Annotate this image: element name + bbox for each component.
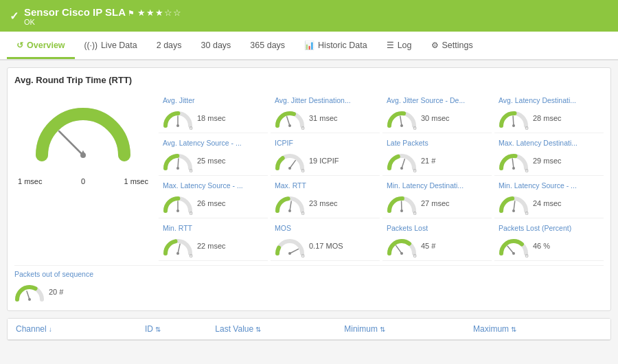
gauge-label[interactable]: Packets Lost [387, 224, 488, 232]
tab-overview[interactable]: ↺ Overview [7, 34, 75, 59]
tab-2days[interactable]: 2 days [147, 34, 192, 59]
table-col-maximum[interactable]: Maximum ⇅ [473, 324, 602, 334]
gauge-row: ⚙ 27 msec [387, 192, 488, 215]
col-label: ID [145, 324, 153, 334]
svg-line-45 [396, 246, 402, 253]
gauge-label[interactable]: Max. Latency Source - ... [163, 181, 264, 190]
tab-30days[interactable]: 30 days [192, 34, 241, 59]
gauge-value: 46 % [533, 242, 550, 250]
svg-text:⚙: ⚙ [413, 168, 417, 172]
gauge-label[interactable]: Avg. Latency Destinati... [499, 96, 599, 104]
gauge-label[interactable]: Max. Latency Destinati... [499, 139, 599, 147]
svg-text:⚙: ⚙ [301, 126, 305, 130]
gauge-value: 29 msec [533, 157, 562, 165]
gauge-value: 27 msec [421, 199, 450, 207]
gauge-value: 24 msec [533, 199, 562, 207]
gauge-label[interactable]: Avg. Jitter [163, 96, 264, 104]
svg-text:⚙: ⚙ [525, 211, 529, 215]
app-header: ✓ Sensor Cisco IP SLA ⚑ ★★★☆☆ OK [0, 0, 618, 32]
svg-point-49 [512, 252, 515, 255]
log-icon: ☰ [387, 41, 394, 50]
svg-point-25 [512, 167, 515, 170]
extra-gauge-label[interactable]: Packets out of sequence [14, 270, 152, 278]
live-data-icon: ((·)) [84, 41, 98, 50]
gauge-value: 23 msec [309, 199, 338, 207]
svg-line-6 [287, 117, 290, 126]
gauge-label[interactable]: Min. Latency Destinati... [387, 181, 488, 190]
tab-live-data-label: Live Data [101, 41, 137, 50]
gauge-row: ⚙ 29 msec [499, 149, 599, 172]
svg-text:▲: ▲ [80, 148, 87, 155]
gauge-cell: Avg. Latency Source - ... ⚙ 25 msec [159, 136, 268, 176]
table-col-minimum[interactable]: Minimum ⇅ [344, 324, 473, 334]
gauge-row: ⚙ 24 msec [499, 192, 599, 215]
gauge-label[interactable]: Max. RTT [275, 181, 376, 190]
svg-line-18 [290, 161, 295, 168]
gauge-label[interactable]: Avg. Jitter Source - De... [387, 96, 488, 104]
table-col-channel[interactable]: Channel ↓ [16, 324, 145, 334]
gauge-label[interactable]: ICPIF [275, 139, 376, 147]
table-col-last-value[interactable]: Last Value ⇅ [215, 324, 344, 334]
tab-log[interactable]: ☰ Log [377, 34, 422, 59]
gauge-label[interactable]: Min. Latency Source - ... [499, 181, 599, 190]
tab-settings-label: Settings [442, 41, 473, 50]
gauge-label[interactable]: Min. RTT [163, 224, 264, 232]
svg-point-16 [176, 167, 179, 170]
col-label: Maximum [473, 324, 509, 334]
gauge-value: 19 ICPIF [309, 157, 339, 165]
mini-gauge-svg: ⚙ [275, 106, 305, 130]
tab-overview-label: Overview [27, 41, 65, 50]
settings-icon: ⚙ [431, 41, 439, 50]
tab-historic[interactable]: 📊 Historic Data [295, 34, 377, 59]
gauge-value: 26 msec [197, 199, 226, 207]
tab-historic-label: Historic Data [318, 41, 367, 50]
tab-settings[interactable]: ⚙ Settings [422, 34, 483, 59]
tab-365days[interactable]: 365 days [240, 34, 295, 59]
gauge-row: ⚙ 0.17 MOS [275, 234, 376, 258]
gauge-cell: Packets Lost ⚙ 45 # [382, 221, 492, 261]
gauge-cell: Min. Latency Source - ... ⚙ 24 msec [494, 179, 604, 218]
svg-text:⚙: ⚙ [189, 253, 193, 258]
svg-line-39 [178, 244, 180, 253]
table-col-id[interactable]: ID ⇅ [145, 324, 215, 334]
flag-icon: ⚑ [128, 9, 135, 17]
gauge-label[interactable]: Avg. Jitter Destination... [275, 96, 376, 104]
mini-gauge-svg: ⚙ [387, 192, 417, 215]
svg-point-22 [400, 167, 403, 170]
tab-live-data[interactable]: ((·)) Live Data [75, 34, 147, 59]
table-header: Channel ↓ID ⇅Last Value ⇅Minimum ⇅Maximu… [8, 319, 610, 340]
gauge-label[interactable]: MOS [275, 224, 376, 232]
gauge-row: ⚙ 19 ICPIF [275, 149, 376, 172]
extra-gauge-value: 20 # [49, 288, 63, 296]
mini-gauge-svg: ⚙ [275, 234, 305, 258]
svg-point-46 [400, 252, 403, 255]
svg-line-30 [290, 201, 291, 211]
gauge-label[interactable]: Packets Lost (Percent) [499, 224, 599, 232]
extra-gauge-row: 20 # [14, 280, 152, 304]
tab-30days-label: 30 days [201, 41, 231, 50]
extra-gauge-section: Packets out of sequence 20 # [14, 265, 604, 304]
svg-text:⚙: ⚙ [301, 211, 305, 215]
gauge-value: 22 msec [197, 242, 226, 250]
gauge-label[interactable]: Avg. Latency Source - ... [163, 139, 264, 147]
gauge-row: ⚙ 21 # [387, 149, 488, 172]
historic-icon: 📊 [304, 41, 314, 50]
gauge-cell: Avg. Jitter ⚙ 18 msec [159, 93, 268, 133]
status-label: OK [24, 18, 182, 26]
sort-icon: ⇅ [380, 326, 385, 333]
status-check-icon: ✓ [10, 10, 19, 23]
svg-point-28 [176, 209, 179, 212]
gauge-row: ⚙ 23 msec [275, 192, 376, 215]
gauge-cell: ICPIF ⚙ 19 ICPIF [271, 136, 380, 176]
gauge-label[interactable]: Late Packets [387, 139, 488, 147]
svg-line-15 [178, 159, 179, 168]
app-title: Sensor Cisco IP SLA [24, 6, 126, 18]
gauge-value: 31 msec [309, 114, 338, 122]
gauge-value: 21 # [421, 157, 435, 165]
gauge-value: 18 msec [197, 114, 226, 122]
star-rating: ★★★☆☆ [137, 8, 182, 18]
tab-log-label: Log [398, 41, 412, 50]
gauge-row: ⚙ 30 msec [387, 106, 488, 130]
svg-line-36 [514, 201, 515, 211]
svg-text:⚙: ⚙ [189, 126, 193, 130]
